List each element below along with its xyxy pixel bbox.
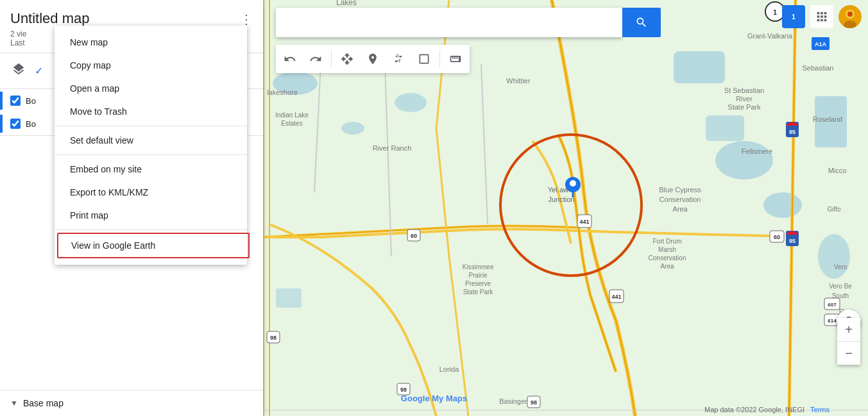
- svg-point-87: [847, 12, 853, 17]
- menu-divider-1: [55, 126, 247, 126]
- svg-text:State Park: State Park: [728, 103, 761, 111]
- road-number-icon: 1: [782, 5, 805, 28]
- menu-divider-3: [55, 229, 247, 230]
- svg-text:Area: Area: [660, 263, 674, 270]
- svg-text:Micco: Micco: [828, 167, 847, 174]
- svg-text:Lakes: Lakes: [336, 0, 357, 7]
- svg-text:95: 95: [789, 129, 796, 135]
- chevron-down-icon: ▼: [10, 399, 18, 408]
- menu-item-export-kml[interactable]: Export to KML/KMZ: [55, 181, 247, 204]
- apps-grid-icon[interactable]: [810, 5, 833, 28]
- zoom-out-button[interactable]: −: [837, 342, 860, 365]
- menu-item-move-trash[interactable]: Move to Trash: [55, 100, 247, 123]
- svg-text:Blue Cypress: Blue Cypress: [659, 186, 701, 194]
- draw-line-button[interactable]: [387, 47, 410, 71]
- menu-item-copy-map[interactable]: Copy map: [55, 54, 247, 77]
- svg-text:Sebastian: Sebastian: [803, 64, 834, 72]
- svg-point-4: [715, 141, 773, 179]
- svg-text:95: 95: [789, 238, 796, 244]
- measure-button[interactable]: [444, 47, 467, 71]
- toolbar: [276, 45, 470, 73]
- svg-text:98: 98: [400, 387, 407, 393]
- svg-text:Basinger: Basinger: [499, 397, 527, 405]
- map-title: Untitled map: [10, 10, 90, 27]
- svg-text:Fellsmere: Fellsmere: [742, 147, 772, 155]
- redo-button[interactable]: [304, 47, 327, 71]
- terms-link[interactable]: Terms: [810, 406, 830, 413]
- svg-text:98: 98: [270, 335, 277, 341]
- layer-1-checkbox[interactable]: [10, 96, 21, 106]
- base-map-label-text: Base map: [23, 398, 64, 408]
- svg-text:Conservation: Conservation: [660, 196, 701, 203]
- svg-text:Fort Drum: Fort Drum: [653, 238, 682, 245]
- svg-rect-11: [276, 288, 302, 308]
- svg-text:Marsh: Marsh: [658, 246, 676, 253]
- toolbar-separator-1: [331, 50, 332, 68]
- menu-divider-2: [55, 154, 247, 155]
- svg-text:A1A: A1A: [815, 41, 827, 47]
- map-attribution: Map data ©2022 Google, INEGI Terms: [704, 406, 830, 413]
- shape-button[interactable]: [413, 47, 436, 71]
- svg-text:Yel aw: Yel aw: [548, 186, 568, 194]
- layer-2-checkbox[interactable]: [10, 119, 21, 129]
- svg-text:Roseland: Roseland: [813, 115, 842, 123]
- svg-point-5: [763, 192, 802, 218]
- svg-rect-3: [674, 51, 725, 83]
- svg-text:1: 1: [773, 8, 777, 16]
- svg-text:Indian Lake: Indian Lake: [275, 112, 309, 119]
- toolbar-separator-2: [439, 50, 440, 68]
- svg-text:Giffo: Giffo: [828, 206, 841, 213]
- menu-item-view-google-earth[interactable]: View in Google Earth: [57, 233, 250, 258]
- checkmark-icon: ✓: [35, 65, 43, 76]
- svg-text:Whittier: Whittier: [506, 77, 531, 85]
- user-avatar[interactable]: [838, 5, 862, 28]
- undo-button[interactable]: [278, 47, 302, 71]
- menu-item-set-default-view[interactable]: Set default view: [55, 129, 247, 152]
- svg-text:Area: Area: [672, 205, 688, 213]
- layers-button[interactable]: [8, 58, 30, 83]
- svg-text:60: 60: [411, 233, 417, 239]
- svg-text:Estates: Estates: [281, 120, 302, 127]
- svg-text:lakeshore: lakeshore: [267, 88, 298, 96]
- svg-text:Kissimmee: Kissimmee: [463, 263, 494, 270]
- menu-item-new-map[interactable]: New map: [55, 31, 247, 54]
- svg-text:614: 614: [828, 318, 837, 324]
- svg-point-10: [818, 234, 850, 279]
- svg-text:441: 441: [611, 294, 621, 300]
- svg-text:60: 60: [774, 234, 780, 240]
- google-mymaps-label: Google My Maps: [401, 394, 467, 403]
- svg-text:River: River: [736, 95, 753, 103]
- menu-item-print[interactable]: Print map: [55, 204, 247, 227]
- menu-item-open-map[interactable]: Open a map: [55, 77, 247, 100]
- svg-point-8: [341, 122, 364, 135]
- add-marker-button[interactable]: [361, 47, 384, 71]
- svg-point-15: [570, 180, 576, 187]
- svg-text:Prairie: Prairie: [469, 272, 488, 279]
- search-bar: [276, 8, 661, 37]
- svg-rect-6: [706, 115, 744, 141]
- menu-item-embed[interactable]: Embed on my site: [55, 158, 247, 181]
- svg-text:St Sebastian: St Sebastian: [724, 87, 764, 94]
- svg-text:River Ranch: River Ranch: [373, 144, 412, 152]
- svg-text:98: 98: [531, 399, 537, 406]
- svg-text:Preserve: Preserve: [465, 280, 491, 287]
- svg-text:Lorida: Lorida: [439, 365, 459, 373]
- svg-text:State Park: State Park: [463, 288, 494, 295]
- top-right-icons: 1: [782, 5, 862, 28]
- base-map-section[interactable]: ▼ Base map: [0, 390, 263, 416]
- svg-text:Vero: Vero: [834, 263, 847, 270]
- svg-text:607: 607: [828, 302, 837, 308]
- zoom-controls: + −: [837, 318, 860, 365]
- svg-text:Junction: Junction: [549, 196, 575, 203]
- context-menu: New map Copy map Open a map Move to Tras…: [55, 26, 247, 265]
- svg-point-7: [395, 93, 427, 112]
- search-input[interactable]: [276, 8, 622, 37]
- pan-button[interactable]: [336, 47, 359, 71]
- svg-text:441: 441: [579, 219, 589, 225]
- search-button[interactable]: [622, 8, 661, 37]
- svg-text:Conservation: Conservation: [649, 254, 686, 262]
- zoom-in-button[interactable]: +: [837, 318, 860, 341]
- svg-text:Grant-Valkaria: Grant-Valkaria: [747, 32, 793, 40]
- svg-text:Vero Be: Vero Be: [829, 283, 852, 290]
